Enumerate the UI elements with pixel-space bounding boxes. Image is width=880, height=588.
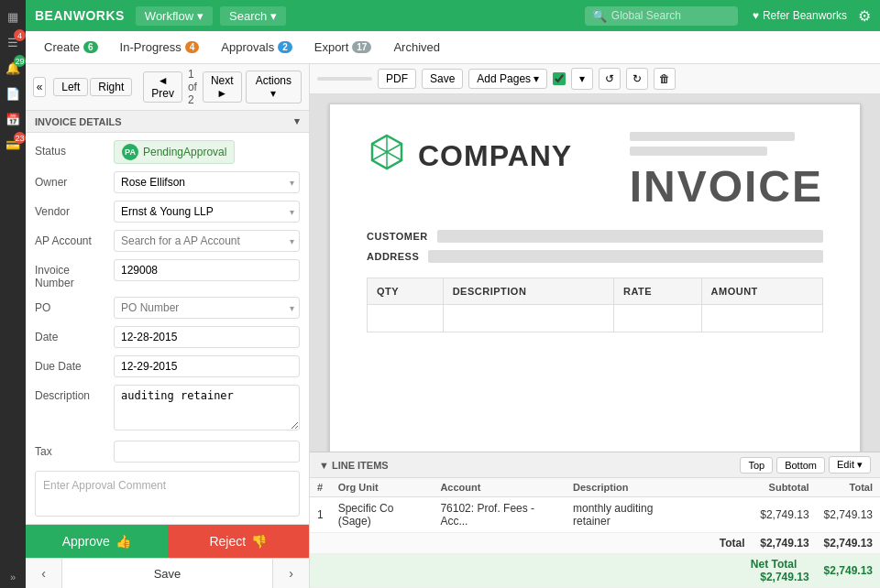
top-btn[interactable]: Top [740,457,773,474]
prev-btn[interactable]: ◄ Prev [143,71,182,103]
page-count: 1 of 2 [188,68,197,106]
invoice-number-value [114,259,300,281]
heart-icon: ♥ [753,9,759,22]
actions-button[interactable]: Actions ▾ [246,71,302,103]
status-badge: PA PendingApproval [114,140,235,164]
col-amount: AMOUNT [701,278,822,305]
pdf-checkbox[interactable] [553,72,566,85]
address-row: ADDRESS [367,250,823,263]
approve-button[interactable]: Approve 👍 [26,525,168,558]
pdf-button[interactable]: PDF [378,69,416,89]
customer-row: CUSTOMER [367,230,823,243]
bottom-btn[interactable]: Bottom [776,457,825,474]
sidebar: ▦ ☰ 4 🔔 29 📄 📅 💳 23 » [0,0,26,588]
status-dot: PA [122,144,138,160]
save-row: ‹ Save › [26,558,309,588]
status-value: PA PendingApproval [114,140,300,164]
date-value [114,326,300,348]
company-logo-area: COMPANY [367,132,572,180]
net-total-row: Net Total $2,749.13 $2,749.13 [310,554,880,588]
approvals-badge: 2 [278,41,292,53]
pagination-row: « Left Right ◄ Prev 1 of 2 Next ► Action… [26,64,309,111]
global-search[interactable]: 🔍 [585,6,738,26]
address-value-bar [428,250,823,263]
save-button[interactable]: Save [62,559,272,588]
topnav: BEANWORKS Workflow ▾ Search ▾ 🔍 ♥ Refer … [26,0,880,31]
po-value [114,297,300,319]
invoice-number-label: InvoiceNumber [35,259,108,289]
li-description: monthly auditing retainer [566,497,696,533]
refresh-icon-btn[interactable]: ↺ [599,68,621,90]
invoice-title: INVOICE [630,132,823,212]
tab-approvals[interactable]: Approvals 2 [212,37,301,58]
description-textarea[interactable] [114,385,300,430]
edit-btn[interactable]: Edit ▾ [829,456,871,474]
calendar-icon[interactable]: 📅 [2,108,24,130]
invoice-number-input[interactable] [114,259,300,281]
due-date-input[interactable] [114,355,300,377]
zoom-slider[interactable] [317,77,372,81]
prev-nav-button[interactable]: ‹ [26,559,62,588]
invoice-details-header: INVOICE DETAILS ▾ [26,111,309,133]
po-field-row: PO [35,297,300,319]
list-icon[interactable]: ☰ 4 [2,31,24,53]
cell-amount [701,305,822,332]
ap-account-input[interactable] [114,230,300,252]
date-field-row: Date [35,326,300,348]
trash-icon-btn[interactable]: 🗑 [654,68,676,90]
owner-input[interactable] [114,171,300,193]
col-rate: RATE [614,278,702,305]
refer-label[interactable]: ♥ Refer Beanworks [753,9,847,22]
tab-export[interactable]: Export 17 [305,37,381,58]
search-menu[interactable]: Search ▾ [220,6,286,26]
vendor-label: Vendor [35,201,108,218]
add-pages-button[interactable]: Add Pages ▾ [468,69,547,89]
due-date-label: Due Date [35,355,108,373]
date-label: Date [35,326,108,343]
description-field-row: Description [35,385,300,433]
net-total-total: $2,749.13 [817,554,880,588]
chart-icon[interactable]: ▦ [2,5,24,27]
expand-icon[interactable]: » [10,572,16,583]
reject-button[interactable]: Reject 👎 [168,525,310,558]
collapse-button[interactable]: « [33,77,46,97]
status-field-row: Status PA PendingApproval [35,140,300,164]
details-toggle[interactable]: ▾ [294,115,300,127]
cell-desc [443,305,613,332]
th-num: # [310,478,331,497]
owner-field-row: Owner [35,171,300,193]
tax-input[interactable] [114,441,300,463]
content-area: « Left Right ◄ Prev 1 of 2 Next ► Action… [26,64,880,588]
main-area: BEANWORKS Workflow ▾ Search ▾ 🔍 ♥ Refer … [26,0,880,588]
vendor-input[interactable] [114,201,300,223]
card-icon[interactable]: 💳 23 [2,134,24,156]
document-icon[interactable]: 📄 [2,82,24,104]
global-search-input[interactable] [611,9,731,22]
pdf-save-button[interactable]: Save [422,69,463,89]
workflow-menu[interactable]: Workflow ▾ [136,6,213,26]
right-btn[interactable]: Right [90,78,132,96]
reload-icon-btn[interactable]: ↻ [626,68,648,90]
po-input[interactable] [114,297,300,319]
approval-comment[interactable]: Enter Approval Comment [35,471,300,517]
tab-create[interactable]: Create 6 [35,37,107,58]
left-btn[interactable]: Left [53,78,88,96]
th-org-unit: Org Unit [331,478,434,497]
pdf-toolbar: PDF Save Add Pages ▾ ▾ ↺ ↻ 🗑 [310,64,880,94]
cell-rate [614,305,702,332]
tab-inprogress[interactable]: In-Progress 4 [111,37,209,58]
next-btn[interactable]: Next ► [203,71,242,103]
export-badge: 17 [352,41,371,53]
left-panel: « Left Right ◄ Prev 1 of 2 Next ► Action… [26,64,310,588]
dropdown-icon-btn[interactable]: ▾ [571,68,593,90]
invoice-table: QTY DESCRIPTION RATE AMOUNT [367,278,823,332]
date-input[interactable] [114,326,300,348]
next-nav-button[interactable]: › [272,559,309,588]
cell-qty [368,305,444,332]
settings-icon[interactable]: ⚙ [858,7,871,25]
vendor-field-row: Vendor [35,201,300,223]
bell-icon[interactable]: 🔔 29 [2,57,24,79]
line-items-actions: Top Bottom Edit ▾ [740,456,871,474]
tab-archived[interactable]: Archived [384,37,449,58]
table-row-1 [368,305,823,332]
